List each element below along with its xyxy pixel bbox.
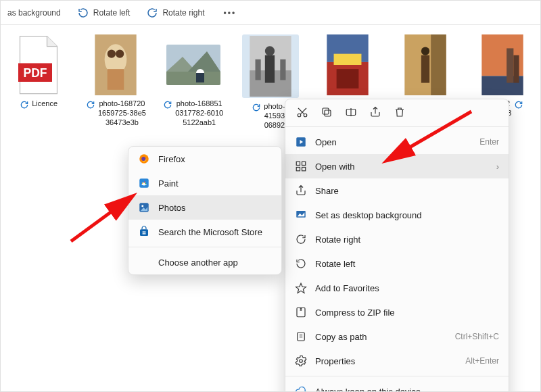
svg-rect-59 (143, 231, 144, 232)
pdf-icon: PDF (11, 34, 66, 95)
menu-always-keep[interactable]: Always keep on this device (285, 379, 509, 392)
svg-rect-34 (323, 108, 329, 114)
submenu-store-label: Search the Microsoft Store (158, 227, 262, 237)
svg-point-47 (300, 360, 303, 363)
sync-icon (20, 99, 29, 112)
menu-open-with-label: Open with (315, 162, 355, 172)
menu-copy-path-hint: Ctrl+Shift+C (455, 332, 499, 341)
desktop-bg-icon (295, 209, 307, 221)
copy-icon[interactable] (321, 106, 333, 118)
menu-rotate-left[interactable]: Rotate left (285, 251, 509, 276)
file-pdf[interactable]: PDF Licence (7, 34, 70, 130)
toolbar-more-icon[interactable]: ••• (223, 8, 236, 18)
svg-point-6 (116, 50, 124, 58)
svg-marker-44 (296, 283, 306, 293)
svg-point-50 (141, 157, 145, 161)
svg-point-5 (108, 50, 116, 58)
open-icon (295, 136, 307, 148)
svg-point-31 (298, 114, 301, 117)
thumbnail-icon (475, 34, 530, 95)
blank-icon (138, 256, 150, 268)
svg-text:PDF: PDF (24, 66, 47, 80)
svg-point-16 (265, 46, 275, 55)
svg-rect-60 (144, 231, 145, 232)
toolbar-rotate-left[interactable]: Rotate left (77, 7, 131, 19)
toolbar-bg-label: as background (7, 8, 61, 18)
menu-copy-path-label: Copy as path (315, 332, 367, 342)
svg-point-54 (145, 183, 146, 185)
zip-icon (295, 306, 307, 318)
open-with-submenu: Firefox Paint Photos Search the Microsof… (128, 146, 282, 275)
svg-rect-15 (265, 55, 275, 83)
file-photo-2[interactable]: photo-168851 0317782-6010 5122aab1 (162, 34, 225, 130)
svg-rect-25 (421, 55, 429, 83)
file-photo-1[interactable]: photo-168720 1659725-38e5 36473e3b (85, 34, 147, 130)
toolbar-rotate-right-label: Rotate right (162, 8, 204, 18)
rotate-right-icon (295, 233, 307, 245)
menu-properties[interactable]: Properties Alt+Enter (285, 349, 509, 373)
rotate-left-icon (295, 258, 307, 270)
submenu-photos[interactable]: Photos (128, 195, 281, 220)
chevron-right-icon: › (496, 162, 499, 172)
menu-share[interactable]: Share (285, 178, 509, 203)
open-with-icon (295, 160, 307, 172)
sync-icon (86, 99, 95, 112)
svg-line-64 (387, 112, 471, 160)
menu-rotate-right[interactable]: Rotate right (285, 227, 509, 251)
submenu-firefox[interactable]: Firefox (128, 147, 281, 171)
submenu-photos-label: Photos (158, 203, 185, 213)
thumbnail-icon (321, 34, 375, 95)
submenu-choose-another[interactable]: Choose another app (128, 250, 281, 274)
svg-point-53 (144, 182, 145, 183)
svg-rect-38 (296, 162, 300, 165)
cloud-keep-icon (295, 385, 307, 392)
share-icon (295, 185, 307, 197)
copy-path-icon (295, 330, 307, 343)
star-icon (295, 282, 307, 294)
menu-set-background[interactable]: Set as desktop background (285, 203, 509, 227)
cut-icon[interactable] (296, 106, 308, 118)
menu-open-label: Open (315, 137, 337, 147)
svg-rect-24 (431, 34, 446, 95)
file-label: Licence (32, 99, 57, 109)
toolbar-rotate-left-label: Rotate left (93, 8, 131, 18)
svg-line-63 (71, 197, 132, 241)
svg-rect-33 (325, 110, 331, 116)
svg-rect-17 (255, 59, 260, 80)
menu-add-favorites[interactable]: Add to Favorites (285, 276, 509, 300)
thumbnail-icon (89, 34, 143, 95)
svg-rect-18 (280, 59, 285, 80)
toolbar-rotate-right[interactable]: Rotate right (146, 7, 204, 19)
menu-fav-label: Add to Favorites (315, 283, 379, 293)
submenu-store[interactable]: Search the Microsoft Store (128, 220, 281, 244)
submenu-paint[interactable]: Paint (128, 171, 281, 195)
sync-icon (252, 102, 261, 115)
submenu-another-label: Choose another app (158, 258, 238, 268)
properties-icon (295, 355, 307, 367)
menu-props-hint: Alt+Enter (465, 356, 499, 366)
toolbar-set-background[interactable]: as background (7, 8, 61, 18)
submenu-firefox-label: Firefox (158, 154, 185, 164)
thumbnail-icon (398, 34, 452, 95)
svg-rect-8 (166, 72, 220, 85)
sync-icon (163, 99, 172, 112)
rename-icon[interactable] (345, 106, 357, 118)
paint-icon (138, 177, 150, 189)
menu-rot-left-label: Rotate left (315, 259, 355, 269)
svg-rect-12 (196, 73, 204, 82)
svg-point-32 (304, 114, 307, 117)
menu-rot-right-label: Rotate right (315, 235, 360, 245)
svg-rect-21 (334, 54, 362, 65)
menu-keep-label: Always keep on this device (315, 387, 421, 393)
menu-compress-zip[interactable]: Compress to ZIP file (285, 300, 509, 324)
svg-point-26 (421, 47, 429, 55)
svg-rect-30 (513, 55, 519, 83)
menu-props-label: Properties (315, 356, 355, 366)
svg-rect-40 (296, 168, 300, 171)
menu-set-bg-label: Set as desktop background (315, 210, 422, 220)
menu-share-label: Share (315, 186, 339, 196)
menu-zip-label: Compress to ZIP file (315, 308, 395, 318)
rotate-right-icon (146, 7, 158, 19)
menu-copy-path[interactable]: Copy as path Ctrl+Shift+C (285, 324, 509, 349)
submenu-paint-label: Paint (158, 178, 179, 189)
